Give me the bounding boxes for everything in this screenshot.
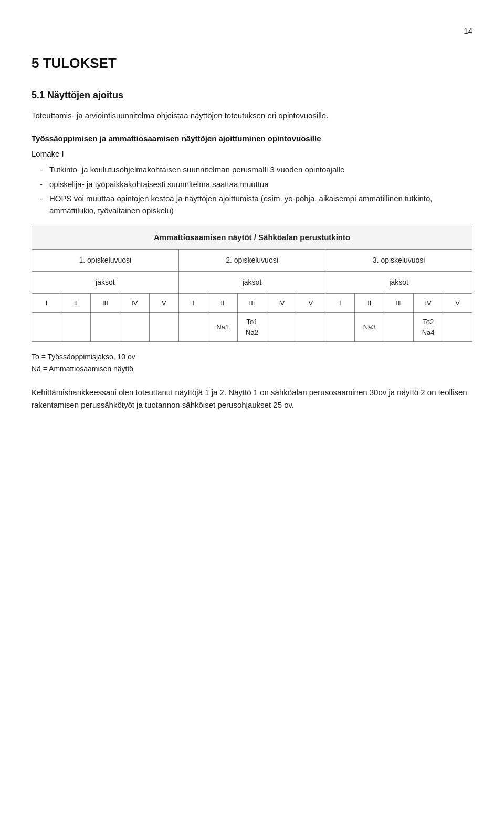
chapter-title: 5 TULOKSET xyxy=(32,53,472,74)
data-cell-2-5 xyxy=(296,313,326,341)
period-3-1: I xyxy=(326,294,355,313)
data-cell-1-2 xyxy=(61,313,91,341)
data-cell-1-4 xyxy=(120,313,150,341)
data-cell-2-2: Nä1 xyxy=(208,313,238,341)
periods-row: I II III IV V I II III IV V I II III IV … xyxy=(32,294,472,313)
section-title-text: Näyttöjen ajoitus xyxy=(47,90,123,100)
jaksot-3: jaksot xyxy=(326,272,472,293)
na2-label: Nä2 xyxy=(246,327,258,338)
bullet-item-1: Tutkinto- ja koulutusohjelmakohtaisen su… xyxy=(40,164,472,176)
data-cell-1-3 xyxy=(91,313,120,341)
section-title: 5.1 Näyttöjen ajoitus xyxy=(32,88,472,102)
chapter-number: 5 xyxy=(32,55,39,71)
legend: To = Työssäoppimisjakso, 10 ov Nä = Amma… xyxy=(32,351,472,375)
jaksot-1: jaksot xyxy=(32,272,179,293)
to2-label: To2 xyxy=(423,317,434,327)
bullet-list: Tutkinto- ja koulutusohjelmakohtaisen su… xyxy=(40,164,472,216)
period-1-3: III xyxy=(91,294,120,313)
period-1-2: II xyxy=(61,294,91,313)
na3-label: Nä3 xyxy=(363,322,376,333)
chapter-title-text: TULOKSET xyxy=(43,55,117,71)
period-1-1: I xyxy=(32,294,61,313)
period-2-1: I xyxy=(179,294,208,313)
jaksot-2: jaksot xyxy=(179,272,326,293)
data-cell-1-1 xyxy=(32,313,61,341)
period-3-3: III xyxy=(384,294,414,313)
years-row: 1. opiskeluvuosi 2. opiskeluvuosi 3. opi… xyxy=(32,250,472,272)
period-1-4: IV xyxy=(120,294,150,313)
to1-label: To1 xyxy=(247,317,258,327)
period-3-4: IV xyxy=(414,294,443,313)
schedule-table: Ammattiosaamisen näytöt / Sähköalan peru… xyxy=(32,226,472,342)
data-cell-2-4 xyxy=(267,313,297,341)
period-1-5: V xyxy=(150,294,179,313)
data-cell-1-5 xyxy=(150,313,179,341)
data-cell-3-3 xyxy=(384,313,414,341)
block-title: Työssäoppimisen ja ammattiosaamisen näyt… xyxy=(32,133,472,145)
period-2-2: II xyxy=(208,294,238,313)
block-subtitle: Lomake I xyxy=(32,148,472,160)
data-cell-3-4: To2 Nä4 xyxy=(414,313,443,341)
data-cell-2-3: To1 Nä2 xyxy=(238,313,267,341)
na4-label: Nä4 xyxy=(422,327,435,338)
data-cell-3-1 xyxy=(326,313,355,341)
legend-line1: To = Työssäoppimisjakso, 10 ov xyxy=(32,351,472,363)
year-col-1: 1. opiskeluvuosi xyxy=(32,250,179,271)
legend-line2: Nä = Ammattiosaamisen näyttö xyxy=(32,364,472,375)
page-number: 14 xyxy=(32,25,472,37)
period-3-5: V xyxy=(443,294,472,313)
data-cell-3-5 xyxy=(443,313,472,341)
data-row: Nä1 To1 Nä2 Nä3 To2 Nä4 xyxy=(32,313,472,341)
section-number: 5.1 xyxy=(32,90,45,100)
period-2-5: V xyxy=(296,294,326,313)
period-2-3: III xyxy=(238,294,267,313)
closing-text: Kehittämishankkeessani olen toteuttanut … xyxy=(32,386,472,411)
intro-text: Toteuttamis- ja arviointisuunnitelma ohj… xyxy=(32,110,472,122)
data-cell-2-1 xyxy=(179,313,208,341)
year-col-3: 3. opiskeluvuosi xyxy=(326,250,472,271)
jaksot-row: jaksot jaksot jaksot xyxy=(32,272,472,294)
period-3-2: II xyxy=(355,294,384,313)
data-cell-3-2: Nä3 xyxy=(355,313,384,341)
bullet-item-2: opiskelija- ja työpaikkakohtaisesti suun… xyxy=(40,179,472,191)
year-col-2: 2. opiskeluvuosi xyxy=(179,250,326,271)
bullet-item-3: HOPS voi muuttaa opintojen kestoa ja näy… xyxy=(40,193,472,216)
period-2-4: IV xyxy=(267,294,297,313)
table-header: Ammattiosaamisen näytöt / Sähköalan peru… xyxy=(32,226,472,250)
na1-label: Nä1 xyxy=(216,322,229,333)
